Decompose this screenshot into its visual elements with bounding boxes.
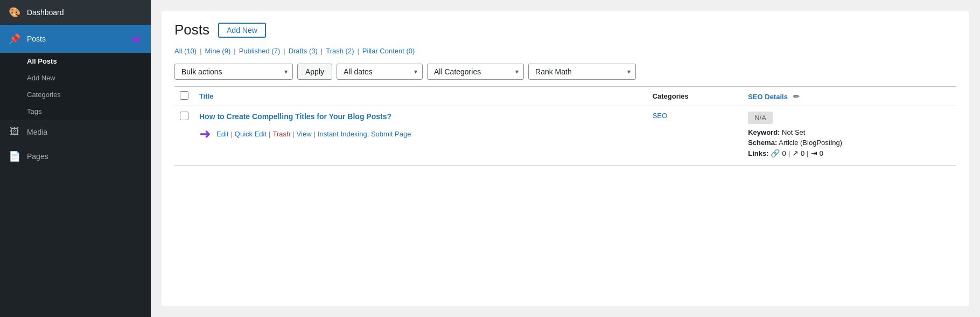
links-row: Links: 🔗 0 | ↗ 0 | ⇥ 0 — [748, 149, 951, 157]
all-posts-label: All Posts — [27, 57, 57, 65]
dates-select[interactable]: All dates — [337, 64, 423, 80]
title-sort-link[interactable]: Title — [199, 92, 214, 100]
select-all-header — [174, 87, 194, 106]
sidebar-item-add-new[interactable]: Add New — [0, 70, 151, 86]
main-content: Posts Add New All (10) | Mine (9) | Publ… — [151, 0, 980, 317]
sidebar-item-all-posts[interactable]: All Posts — [0, 53, 151, 70]
seo-column-header: SEO Details ✏ — [743, 87, 956, 106]
affiliate-link-count: 0 — [820, 149, 823, 157]
category-link[interactable]: SEO — [653, 112, 667, 120]
seo-badge: N/A — [748, 112, 773, 124]
category-cell: SEO — [647, 106, 743, 166]
trash-link[interactable]: Trash — [272, 130, 290, 138]
categories-column-header: Categories — [647, 87, 743, 106]
categories-wrapper: All Categories — [427, 64, 524, 80]
bulk-actions-wrapper: Bulk actions Edit Move to Trash — [174, 64, 293, 80]
page-header: Posts Add New — [174, 22, 956, 38]
filter-links: All (10) | Mine (9) | Published (7) | Dr… — [174, 47, 956, 55]
external-link-icon: ↗ — [792, 149, 799, 157]
seo-details-label: SEO Details — [748, 93, 788, 101]
dates-wrapper: All dates — [337, 64, 423, 80]
sidebar-item-categories[interactable]: Categories — [0, 86, 151, 103]
schema-row: Schema: Article (BlogPosting) — [748, 139, 951, 147]
filter-drafts[interactable]: Drafts (3) — [289, 47, 318, 55]
filter-trash[interactable]: Trash (2) — [326, 47, 354, 55]
tags-label: Tags — [27, 107, 41, 115]
instant-indexing-link[interactable]: Instant Indexing: Submit Page — [318, 130, 411, 138]
row-actions: ➜ Edit | Quick Edit | Trash | View | Ins… — [199, 126, 642, 142]
posts-icon: 📌 — [9, 33, 20, 45]
rank-math-wrapper: Rank Math — [528, 64, 636, 80]
affiliate-link-icon: ⇥ — [811, 149, 817, 157]
media-icon: 🖼 — [9, 126, 20, 137]
arrow-left-icon: ◄ — [127, 31, 142, 46]
sidebar-item-tags[interactable]: Tags — [0, 103, 151, 120]
sidebar-item-dashboard[interactable]: 🎨 Dashboard — [0, 0, 151, 25]
select-all-checkbox[interactable] — [180, 91, 188, 100]
sidebar-item-label: Media — [27, 128, 47, 136]
bulk-actions-select[interactable]: Bulk actions Edit Move to Trash — [174, 64, 293, 80]
posts-table: Title Categories SEO Details ✏ How to Cr… — [174, 86, 956, 166]
sidebar-item-media[interactable]: 🖼 Media — [0, 120, 151, 144]
keyword-row: Keyword: Not Set — [748, 128, 951, 136]
table-header-row: Title Categories SEO Details ✏ — [174, 87, 956, 106]
sidebar-item-label: Pages — [27, 152, 48, 161]
arrow-right-icon: ➜ — [199, 126, 211, 142]
keyword-value: Not Set — [782, 128, 805, 136]
filter-mine[interactable]: Mine (9) — [205, 47, 231, 55]
sidebar-item-posts[interactable]: 📌 Posts ◄ — [0, 25, 151, 53]
sidebar-item-label: Posts — [27, 35, 46, 43]
apply-button[interactable]: Apply — [297, 64, 332, 80]
schema-value: Article (BlogPosting) — [779, 139, 842, 147]
row-checkbox-cell — [174, 106, 194, 166]
view-link[interactable]: View — [297, 130, 312, 138]
filter-published[interactable]: Published (7) — [239, 47, 281, 55]
dashboard-icon: 🎨 — [9, 6, 20, 18]
filter-pillar[interactable]: Pillar Content (0) — [362, 47, 415, 55]
content-area: Posts Add New All (10) | Mine (9) | Publ… — [162, 11, 969, 306]
page-title: Posts — [174, 22, 209, 38]
toolbar: Bulk actions Edit Move to Trash Apply Al… — [174, 64, 956, 86]
categories-label: Categories — [27, 91, 61, 99]
sidebar: 🎨 Dashboard 📌 Posts ◄ All Posts Add New … — [0, 0, 151, 317]
sidebar-item-pages[interactable]: 📄 Pages — [0, 144, 151, 169]
title-column-header[interactable]: Title — [194, 87, 647, 106]
edit-link[interactable]: Edit — [216, 130, 228, 138]
post-title-cell: How to Create Compelling Titles for Your… — [194, 106, 647, 166]
add-new-button[interactable]: Add New — [218, 23, 266, 38]
external-link-count: 0 — [801, 149, 804, 157]
posts-submenu: All Posts Add New Categories Tags — [0, 53, 151, 120]
categories-select[interactable]: All Categories — [427, 64, 524, 80]
rank-math-select[interactable]: Rank Math — [528, 64, 636, 80]
pages-icon: 📄 — [9, 150, 20, 162]
quick-edit-link[interactable]: Quick Edit — [235, 130, 267, 138]
row-checkbox[interactable] — [180, 112, 188, 120]
edit-seo-icon[interactable]: ✏ — [793, 92, 800, 101]
seo-cell: N/A Keyword: Not Set Schema: Article (Bl… — [743, 106, 956, 166]
table-row: How to Create Compelling Titles for Your… — [174, 106, 956, 166]
internal-link-icon: 🔗 — [771, 149, 780, 157]
internal-link-count: 0 — [782, 149, 786, 157]
filter-all[interactable]: All (10) — [174, 47, 197, 55]
add-new-label: Add New — [27, 74, 55, 82]
sidebar-item-label: Dashboard — [27, 8, 64, 17]
post-title-link[interactable]: How to Create Compelling Titles for Your… — [199, 112, 391, 121]
